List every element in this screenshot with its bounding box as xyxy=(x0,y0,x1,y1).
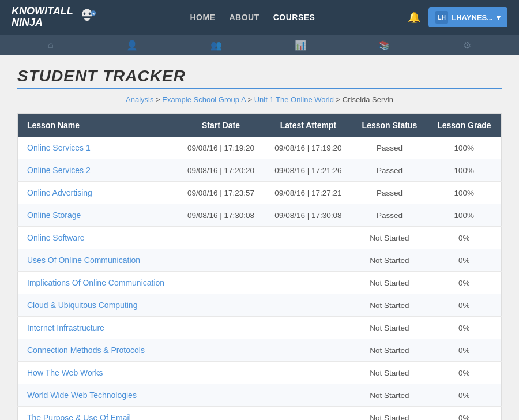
cell-start-date xyxy=(177,384,264,407)
table-row: Online Services 209/08/16 | 17:20:2009/0… xyxy=(18,159,502,182)
table-row: Internet InfrastructureNot Started0% xyxy=(18,317,502,339)
lesson-link[interactable]: How The Web Works xyxy=(27,368,103,377)
lesson-link[interactable]: The Purpose & Use Of Email xyxy=(27,413,131,420)
cell-lesson-name: Online Storage xyxy=(18,204,178,227)
cell-start-date xyxy=(177,317,264,339)
cell-lesson-name: World Wide Web Technologies xyxy=(18,384,178,407)
cell-lesson-status: Not Started xyxy=(352,317,427,339)
person-icon[interactable]: 👤 xyxy=(126,40,138,51)
table-row: Online Services 109/08/16 | 17:19:2009/0… xyxy=(18,137,502,159)
nav-courses[interactable]: COURSES xyxy=(273,13,315,22)
cell-lesson-name: The Purpose & Use Of Email xyxy=(18,407,178,421)
cell-lesson-name: Online Services 2 xyxy=(18,159,178,182)
cell-lesson-grade: 0% xyxy=(427,407,502,421)
col-lesson-grade: Lesson Grade xyxy=(427,114,502,137)
lesson-link[interactable]: Online Advertising xyxy=(27,188,92,197)
chart-icon[interactable]: 📊 xyxy=(295,40,306,51)
breadcrumb-school-group[interactable]: Example School Group A xyxy=(162,95,246,104)
cell-lesson-grade: 0% xyxy=(427,227,502,249)
group-icon[interactable]: 👥 xyxy=(210,40,222,51)
cell-lesson-status: Not Started xyxy=(352,362,427,384)
table-row: Cloud & Ubiquitous ComputingNot Started0… xyxy=(18,294,502,317)
col-start-date: Start Date xyxy=(177,114,264,137)
table-row: Connection Methods & ProtocolsNot Starte… xyxy=(18,339,502,362)
home-icon[interactable]: ⌂ xyxy=(48,40,54,50)
cell-start-date xyxy=(177,272,264,294)
lesson-link[interactable]: Online Services 1 xyxy=(27,143,91,152)
cell-start-date: 09/08/16 | 17:19:20 xyxy=(177,137,264,159)
cell-latest-attempt xyxy=(265,339,352,362)
lesson-link[interactable]: Connection Methods & Protocols xyxy=(27,346,145,355)
cell-lesson-grade: 0% xyxy=(427,272,502,294)
cell-lesson-name: Online Advertising xyxy=(18,182,178,204)
lesson-link[interactable]: Online Services 2 xyxy=(27,166,91,175)
cell-lesson-name: Online Services 1 xyxy=(18,137,178,159)
nav-home[interactable]: HOME xyxy=(190,13,215,22)
table-body: Online Services 109/08/16 | 17:19:2009/0… xyxy=(18,137,502,420)
cell-lesson-status: Not Started xyxy=(352,227,427,249)
user-menu-button[interactable]: LH LHAYNES... ▾ xyxy=(428,7,507,27)
cell-latest-attempt xyxy=(265,227,352,249)
table-header: Lesson Name Start Date Latest Attempt Le… xyxy=(18,114,502,137)
title-underline xyxy=(17,88,502,89)
ninja-icon: ★ xyxy=(77,7,97,28)
cell-lesson-status: Not Started xyxy=(352,339,427,362)
logo[interactable]: KNOWITALL NINJA ★ xyxy=(12,6,97,29)
lesson-link[interactable]: Implications Of Online Communication xyxy=(27,278,164,287)
col-lesson-name: Lesson Name xyxy=(18,114,178,137)
main-content: STUDENT TRACKER Analysis > Example Schoo… xyxy=(0,55,519,420)
main-nav: HOME ABOUT COURSES xyxy=(190,13,315,22)
cell-start-date xyxy=(177,294,264,317)
breadcrumb: Analysis > Example School Group A > Unit… xyxy=(17,95,502,104)
lesson-link[interactable]: World Wide Web Technologies xyxy=(27,391,137,400)
cell-lesson-grade: 0% xyxy=(427,294,502,317)
table-row: Online Advertising09/08/16 | 17:23:5709/… xyxy=(18,182,502,204)
cell-lesson-status: Passed xyxy=(352,159,427,182)
cell-lesson-status: Passed xyxy=(352,182,427,204)
table-row: Implications Of Online CommunicationNot … xyxy=(18,272,502,294)
table-row: World Wide Web TechnologiesNot Started0% xyxy=(18,384,502,407)
cell-latest-attempt: 09/08/16 | 17:27:21 xyxy=(265,182,352,204)
breadcrumb-student: Criselda Servin xyxy=(343,95,393,104)
avatar: LH xyxy=(435,11,448,24)
cell-lesson-status: Not Started xyxy=(352,272,427,294)
book-icon[interactable]: 📚 xyxy=(379,40,390,51)
cell-lesson-name: Online Software xyxy=(18,227,178,249)
cell-lesson-grade: 100% xyxy=(427,159,502,182)
cell-start-date xyxy=(177,362,264,384)
nav-about[interactable]: ABOUT xyxy=(229,13,259,22)
cell-start-date: 09/08/16 | 17:20:20 xyxy=(177,159,264,182)
cell-latest-attempt xyxy=(265,294,352,317)
cell-latest-attempt: 09/08/16 | 17:30:08 xyxy=(265,204,352,227)
cell-lesson-status: Not Started xyxy=(352,294,427,317)
lesson-link[interactable]: Uses Of Online Communication xyxy=(27,256,140,265)
table-row: Online SoftwareNot Started0% xyxy=(18,227,502,249)
cell-lesson-status: Passed xyxy=(352,204,427,227)
cell-start-date xyxy=(177,407,264,421)
page-title: STUDENT TRACKER xyxy=(17,67,502,85)
breadcrumb-unit[interactable]: Unit 1 The Online World xyxy=(254,95,334,104)
breadcrumb-analysis[interactable]: Analysis xyxy=(126,95,153,104)
svg-point-3 xyxy=(88,12,91,15)
cell-lesson-grade: 0% xyxy=(427,362,502,384)
cell-lesson-status: Not Started xyxy=(352,384,427,407)
cell-start-date xyxy=(177,227,264,249)
col-lesson-status: Lesson Status xyxy=(352,114,427,137)
lesson-link[interactable]: Online Software xyxy=(27,233,85,242)
lesson-link[interactable]: Internet Infrastructure xyxy=(27,323,104,332)
cell-latest-attempt xyxy=(265,407,352,421)
cell-lesson-status: Not Started xyxy=(352,407,427,421)
chevron-down-icon: ▾ xyxy=(497,13,501,22)
settings-icon[interactable]: ⚙ xyxy=(463,40,471,51)
bell-icon[interactable]: 🔔 xyxy=(408,11,420,24)
table-row: The Purpose & Use Of EmailNot Started0% xyxy=(18,407,502,421)
tracker-table: Lesson Name Start Date Latest Attempt Le… xyxy=(17,113,502,420)
cell-lesson-status: Passed xyxy=(352,137,427,159)
lesson-link[interactable]: Online Storage xyxy=(27,211,81,220)
cell-lesson-grade: 0% xyxy=(427,339,502,362)
cell-latest-attempt xyxy=(265,384,352,407)
cell-start-date xyxy=(177,249,264,272)
cell-lesson-grade: 0% xyxy=(427,384,502,407)
header: KNOWITALL NINJA ★ HOME ABOUT COURSES 🔔 L… xyxy=(0,0,519,35)
lesson-link[interactable]: Cloud & Ubiquitous Computing xyxy=(27,301,137,310)
